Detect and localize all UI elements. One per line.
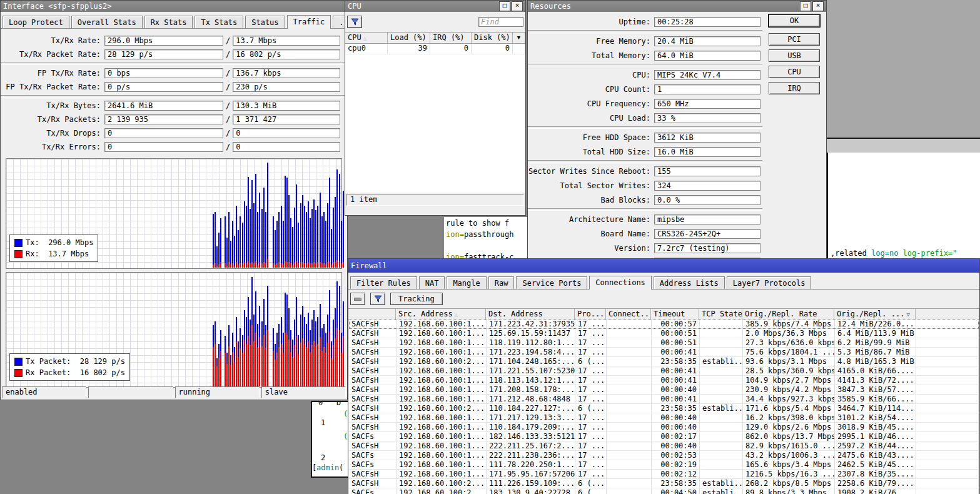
cell-connection xyxy=(607,385,652,394)
usb-button[interactable]: USB xyxy=(769,49,820,62)
find-input[interactable] xyxy=(478,17,523,27)
connection-row[interactable]: SACFsH192.168.60.100:2...111.226.159.109… xyxy=(349,479,979,488)
column-header-connection[interactable]: Connect... xyxy=(606,309,651,320)
tab-mangle[interactable]: Mangle xyxy=(447,276,486,289)
connection-row[interactable]: SACFsH192.168.60.100:2...110.184.227.127… xyxy=(349,404,979,413)
cell-connection xyxy=(607,404,652,413)
cell-src-address: 192.168.60.100:1... xyxy=(397,385,487,394)
connection-row[interactable]: SACFsH192.168.60.100:2...171.104.248.165… xyxy=(349,357,979,366)
connection-row[interactable]: SACFsH192.168.60.100:1...110.184.179.209… xyxy=(349,423,979,432)
cell-flags: SACFsH xyxy=(349,366,397,375)
column-dropdown-arrow[interactable]: ▼ xyxy=(513,33,525,43)
connection-row[interactable]: SACFsH192.168.60.100:1...125.69.15.59:11… xyxy=(349,329,979,338)
connection-row[interactable]: SACFsH192.168.60.100:1...171.95.95.167:5… xyxy=(349,470,979,479)
cell-dst-address: 125.69.15.59:11437 xyxy=(487,329,575,338)
irq-button[interactable]: IRQ xyxy=(769,82,820,94)
connection-row[interactable]: SACFsH192.168.60.100:1...171.208.158.178… xyxy=(349,385,979,395)
cell-src-address: 192.168.60.100:2... xyxy=(397,479,487,488)
tab-loop-protect[interactable]: Loop Protect xyxy=(3,16,69,28)
close-button[interactable]: × xyxy=(812,1,824,11)
connection-row[interactable]: SACFsH192.168.60.100:1...171.217.129.13:… xyxy=(349,413,979,423)
connection-row[interactable]: SACFsH192.168.60.100:1...171.223.194.58:… xyxy=(349,348,979,357)
column-header-irq[interactable]: IRQ (%) xyxy=(430,33,472,43)
cpu-window: CPU □ × CPU△ Load (%) IRQ (%) Disk (%) ▼… xyxy=(345,0,526,216)
interface-status-bar: enabledrunningslave xyxy=(2,386,346,398)
column-header-orig-repl-rate[interactable]: Orig./Repl. Rate xyxy=(742,309,834,320)
field-label: FP Tx/Rx Packet Rate: xyxy=(1,83,104,91)
column-header-orig-repl-bytes[interactable]: Orig./Repl. ...▽ xyxy=(834,309,916,320)
cpu-titlebar[interactable]: CPU □ × xyxy=(345,1,525,12)
tab-layer7-protocols[interactable]: Layer7 Protocols xyxy=(727,276,812,289)
column-header-timeout[interactable]: Timeout xyxy=(651,309,699,320)
filter-button[interactable] xyxy=(370,293,385,305)
firewall-titlebar[interactable]: Firewall xyxy=(348,259,979,273)
remove-button[interactable] xyxy=(350,293,365,305)
connection-row[interactable]: SACFs192.168.60.100:2183.130.9.40:227286… xyxy=(349,488,979,494)
cell-tcp-state: establi... xyxy=(700,404,743,413)
field-label: Tx/Rx Bytes: xyxy=(1,101,104,110)
cell-empty xyxy=(916,404,979,413)
filter-button[interactable] xyxy=(347,16,362,28)
close-button[interactable]: × xyxy=(512,1,523,11)
column-header-src-address[interactable]: Src. Address△ xyxy=(396,309,486,320)
column-header-flags[interactable] xyxy=(348,309,396,320)
resource-row: Version:7.2rc7 (testing) xyxy=(528,241,762,255)
column-header-disk[interactable]: Disk (%) xyxy=(472,33,513,43)
tab-raw[interactable]: Raw xyxy=(488,276,515,289)
resource-row: Total Memory:64.0 MiB xyxy=(528,48,762,63)
resources-titlebar[interactable]: Resources □ × xyxy=(528,1,826,12)
cell-orig-repl-bytes: 12.4 MiB/226.0... xyxy=(835,320,916,328)
connection-row[interactable]: SACFsH192.168.60.100:1...171.223.42.31:3… xyxy=(349,320,979,329)
connection-row[interactable]: SACFs192.168.60.100:1...182.146.133.33:5… xyxy=(349,432,979,441)
column-header-load[interactable]: Load (%) xyxy=(388,33,430,43)
sort-descending-icon: ▽ xyxy=(906,311,909,318)
sector-writes-since-reboot-field: 155 xyxy=(654,166,760,176)
column-header-dst-address[interactable]: Dst. Address xyxy=(486,309,575,320)
connection-row[interactable]: SACFsH192.168.60.100:1...118.119.112.80:… xyxy=(349,338,979,348)
resource-row: Free HDD Space:3612 KiB xyxy=(528,130,762,144)
connection-row[interactable]: SACFs192.168.60.100:1...111.78.220.250:1… xyxy=(349,460,979,470)
connection-row[interactable]: SACFsH192.168.60.100:1...118.113.143.12:… xyxy=(349,376,979,385)
cell-dst-address: 110.184.179.209:... xyxy=(487,423,575,431)
cell-orig-repl-bytes: 4.8 MiB/165.3 MiB xyxy=(835,357,916,366)
cell-empty xyxy=(916,441,979,450)
field-label: Total Sector Writes: xyxy=(528,181,654,190)
tab-traffic[interactable]: Traffic xyxy=(287,15,331,29)
tab-service-ports[interactable]: Service Ports xyxy=(516,276,587,289)
connection-row[interactable]: SACFs192.168.60.100:1...222.211.238.236:… xyxy=(349,451,979,460)
pci-button[interactable]: PCI xyxy=(769,33,820,46)
cell-flags: SACFsH xyxy=(349,376,397,385)
tab-tx-stats[interactable]: Tx Stats xyxy=(194,16,243,28)
maximize-button[interactable]: □ xyxy=(800,1,811,11)
connection-row[interactable]: SACFsH192.168.60.100:1...171.221.55.107:… xyxy=(349,366,979,376)
cell-timeout: 00:00:40 xyxy=(652,385,700,394)
field-label: Version: xyxy=(528,244,654,253)
free-memory-field: 20.4 MiB xyxy=(654,36,760,46)
tracking-button[interactable]: Tracking xyxy=(390,293,443,305)
ok-button[interactable]: OK xyxy=(769,14,820,27)
column-header-cpu[interactable]: CPU△ xyxy=(345,33,388,43)
cell-dst-address: 118.113.143.12:1... xyxy=(487,376,575,385)
tab-nat[interactable]: NAT xyxy=(419,276,445,289)
cpu-row[interactable]: cpu0 39 0 0 xyxy=(345,44,525,54)
maximize-button[interactable]: □ xyxy=(499,1,510,11)
terminal-window-middle: rule to show fion=passthroughion=fasttra… xyxy=(444,217,527,258)
column-header-protocol[interactable]: Pro... xyxy=(575,309,606,320)
minus-icon xyxy=(354,298,361,301)
cell-connection xyxy=(607,395,652,403)
tab-connections[interactable]: Connections xyxy=(589,276,651,290)
background-panel-top-right xyxy=(827,0,980,139)
cpu-load-field: 33 % xyxy=(654,113,760,123)
cell-protocol: 17 ... xyxy=(575,432,607,441)
interface-titlebar[interactable]: Interface <sfp-sfpplus2> xyxy=(1,1,347,12)
tab-rx-stats[interactable]: Rx Stats xyxy=(144,16,193,28)
connection-row[interactable]: SACFsH192.168.60.100:1...171.212.48.68:4… xyxy=(349,395,979,404)
tab-overall-stats[interactable]: Overall Stats xyxy=(71,16,143,28)
cpu-button[interactable]: CPU xyxy=(769,66,820,78)
tab-status[interactable]: Status xyxy=(245,16,285,28)
column-header-tcp-state[interactable]: TCP State xyxy=(699,309,742,320)
connection-row[interactable]: SACFsH192.168.60.100:1...222.211.25.167:… xyxy=(349,441,979,451)
tab-filter-rules[interactable]: Filter Rules xyxy=(350,276,417,289)
tab-address-lists[interactable]: Address Lists xyxy=(654,276,725,289)
bad-blocks-field: 0.0 % xyxy=(654,195,760,205)
